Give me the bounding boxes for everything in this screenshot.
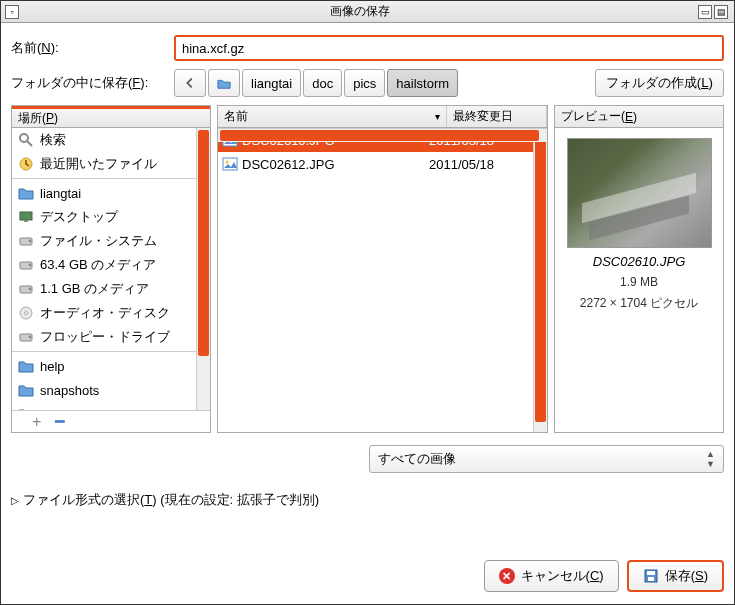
drive-icon — [18, 257, 34, 273]
places-header[interactable]: 場所(P) — [12, 106, 210, 128]
place-label: 検索 — [40, 131, 66, 149]
place-item[interactable]: liangtai — [12, 181, 196, 205]
folder-label: フォルダの中に保存(F): — [11, 74, 166, 92]
preview-filename: DSC02610.JPG — [593, 254, 686, 269]
path-home-button[interactable] — [208, 69, 240, 97]
image-icon — [222, 156, 238, 172]
place-item[interactable]: ファイル・システム — [12, 229, 196, 253]
path-segment[interactable]: pics — [344, 69, 385, 97]
preview-panel: プレビュー(E) DSC02610.JPG 1.9 MB 2272 × 1704… — [554, 105, 724, 433]
svg-rect-4 — [24, 220, 28, 222]
save-icon — [643, 568, 659, 584]
column-date-header[interactable]: 最終変更日 — [447, 106, 547, 127]
filelist-vscrollbar[interactable] — [533, 128, 547, 432]
sort-indicator-icon: ▾ — [435, 111, 440, 122]
folder-icon — [18, 382, 34, 398]
place-label: 1.1 GB のメディア — [40, 280, 149, 298]
places-scrollbar[interactable] — [196, 128, 210, 410]
svg-rect-20 — [647, 571, 655, 575]
place-item[interactable]: フロッピー・ドライブ — [12, 325, 196, 349]
place-item[interactable]: オーディオ・ディスク — [12, 301, 196, 325]
preview-filesize: 1.9 MB — [620, 275, 658, 289]
drive-icon — [18, 329, 34, 345]
window-title: 画像の保存 — [21, 3, 698, 20]
maximize-icon[interactable]: ▤ — [714, 5, 728, 19]
svg-point-12 — [25, 312, 28, 315]
place-item[interactable]: snapshots — [12, 378, 196, 402]
place-label: デスクトップ — [40, 208, 118, 226]
svg-line-1 — [27, 141, 32, 146]
column-name-header[interactable]: 名前▾ — [218, 106, 447, 127]
filetype-expander[interactable]: ▷ ファイル形式の選択(T) (現在の設定: 拡張子で判別) — [11, 491, 724, 509]
search-icon — [18, 132, 34, 148]
triangle-right-icon: ▷ — [11, 495, 19, 506]
save-dialog: ▫ 画像の保存 ▭ ▤ 名前(N): フォルダの中に保存(F): liangta… — [0, 0, 735, 605]
titlebar: ▫ 画像の保存 ▭ ▤ — [1, 1, 734, 23]
path-back-button[interactable] — [174, 69, 206, 97]
path-segment[interactable]: liangtai — [242, 69, 301, 97]
breadcrumb: liangtai doc pics hailstorm — [174, 69, 458, 97]
place-label: snapshots — [40, 383, 99, 398]
svg-point-0 — [20, 134, 28, 142]
chevron-down-icon: ▲▼ — [706, 449, 715, 469]
path-segment[interactable]: doc — [303, 69, 342, 97]
place-item[interactable]: help — [12, 354, 196, 378]
place-label: liangtai — [40, 186, 81, 201]
place-item[interactable]: 63.4 GB のメディア — [12, 253, 196, 277]
name-label: 名前(N): — [11, 39, 166, 57]
place-label: 最近開いたファイル — [40, 155, 157, 173]
place-item[interactable]: 1.1 GB のメディア — [12, 277, 196, 301]
folder-icon — [18, 406, 34, 410]
desktop-icon — [18, 209, 34, 225]
svg-rect-3 — [20, 212, 32, 220]
remove-place-button[interactable]: ━ — [55, 412, 65, 431]
drive-icon — [18, 281, 34, 297]
file-list-panel: 名前▾ 最終変更日 DSC02610.JPG2011/05/18DSC02612… — [217, 105, 548, 433]
add-place-button[interactable]: + — [32, 413, 41, 431]
window-menu-icon[interactable]: ▫ — [5, 5, 19, 19]
preview-dimensions: 2272 × 1704 ピクセル — [580, 295, 698, 312]
svg-point-14 — [29, 336, 31, 338]
place-item[interactable]: graphics — [12, 402, 196, 410]
minimize-icon[interactable]: ▭ — [698, 5, 712, 19]
preview-thumbnail — [567, 138, 712, 248]
svg-point-10 — [29, 288, 31, 290]
svg-rect-21 — [648, 577, 654, 581]
cancel-button[interactable]: ✕ キャンセル(C) — [484, 560, 619, 592]
cancel-icon: ✕ — [499, 568, 515, 584]
save-button[interactable]: 保存(S) — [627, 560, 724, 592]
file-name: DSC02612.JPG — [242, 157, 425, 172]
disc-icon — [18, 305, 34, 321]
create-folder-button[interactable]: フォルダの作成(L) — [595, 69, 724, 97]
recent-icon — [18, 156, 34, 172]
file-row[interactable]: DSC02612.JPG2011/05/18 — [218, 152, 533, 176]
place-label: ファイル・システム — [40, 232, 157, 250]
place-label: help — [40, 359, 65, 374]
place-item[interactable]: 最近開いたファイル — [12, 152, 196, 176]
filetype-filter-select[interactable]: すべての画像 ▲▼ — [369, 445, 724, 473]
filename-input[interactable] — [174, 35, 724, 61]
folder-icon — [18, 358, 34, 374]
place-label: オーディオ・ディスク — [40, 304, 170, 322]
place-item[interactable]: デスクトップ — [12, 205, 196, 229]
folder-icon — [18, 185, 34, 201]
svg-point-6 — [29, 240, 31, 242]
file-date: 2011/05/18 — [429, 157, 529, 172]
svg-point-8 — [29, 264, 31, 266]
filelist-hscrollbar[interactable] — [218, 128, 547, 142]
svg-point-18 — [226, 161, 229, 164]
drive-icon — [18, 233, 34, 249]
place-item[interactable]: 検索 — [12, 128, 196, 152]
path-segment[interactable]: hailstorm — [387, 69, 458, 97]
place-label: graphics — [40, 407, 89, 411]
preview-header: プレビュー(E) — [555, 106, 723, 128]
places-footer: + ━ — [12, 410, 210, 432]
place-label: 63.4 GB のメディア — [40, 256, 156, 274]
places-panel: 場所(P) 検索最近開いたファイルliangtaiデスクトップファイル・システム… — [11, 105, 211, 433]
place-label: フロッピー・ドライブ — [40, 328, 170, 346]
